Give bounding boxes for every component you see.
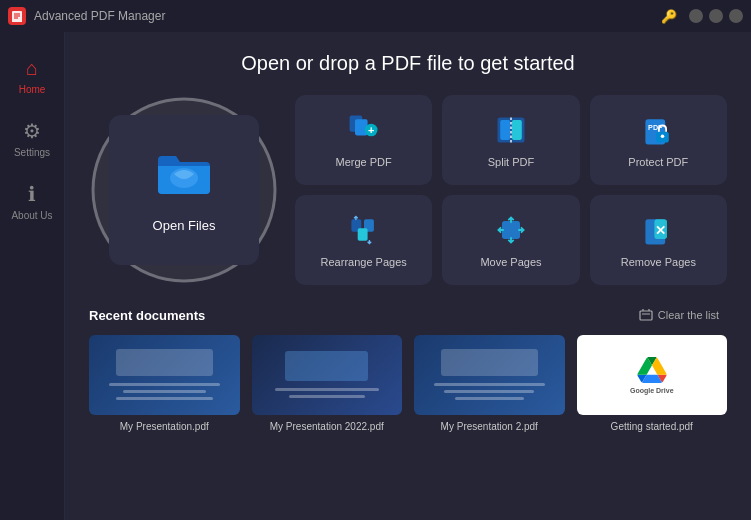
merge-icon: + <box>346 112 382 148</box>
page-headline: Open or drop a PDF file to get started <box>89 52 727 75</box>
title-bar: Advanced PDF Manager 🔑 − □ × <box>0 0 751 32</box>
clear-list-button[interactable]: Clear the list <box>631 305 727 325</box>
merge-pdf-tile[interactable]: + Merge PDF <box>295 95 432 185</box>
gdrive-text: Google Drive <box>630 387 674 394</box>
remove-pages-tile[interactable]: Remove Pages <box>590 195 727 285</box>
recent-thumb-3 <box>414 335 565 415</box>
key-icon: 🔑 <box>661 9 677 24</box>
recent-thumb-4: Google Drive <box>577 335 728 415</box>
split-pdf-tile[interactable]: Split PDF <box>442 95 579 185</box>
home-icon: ⌂ <box>26 57 38 80</box>
recent-file-1[interactable]: My Presentation.pdf <box>89 335 240 432</box>
svg-rect-20 <box>502 221 520 239</box>
svg-rect-25 <box>640 311 652 320</box>
svg-text:PDF: PDF <box>648 123 663 132</box>
sidebar-item-settings[interactable]: ⚙ Settings <box>5 111 60 166</box>
protect-icon: PDF <box>640 112 676 148</box>
titlebar-extra-icons: 🔑 <box>661 9 677 24</box>
recent-thumb-2 <box>252 335 403 415</box>
remove-icon <box>640 212 676 248</box>
info-icon: ℹ <box>28 182 36 206</box>
recent-file-4[interactable]: Google Drive Getting started.pdf <box>577 335 728 432</box>
clear-icon <box>639 308 653 322</box>
protect-pdf-label: Protect PDF <box>628 156 688 168</box>
feature-grid-wrapper: Open Files + Merge PDF <box>89 95 727 285</box>
recent-thumb-1 <box>89 335 240 415</box>
recent-file-3[interactable]: My Presentation 2.pdf <box>414 335 565 432</box>
svg-point-16 <box>661 135 665 139</box>
recent-header: Recent documents Clear the list <box>89 305 727 325</box>
rearrange-pages-label: Rearrange Pages <box>321 256 407 268</box>
minimize-button[interactable]: − <box>689 9 703 23</box>
clear-list-label: Clear the list <box>658 309 719 321</box>
app-icon <box>8 7 26 25</box>
recent-file-2[interactable]: My Presentation 2022.pdf <box>252 335 403 432</box>
sidebar-item-about[interactable]: ℹ About Us <box>5 174 60 229</box>
rearrange-pages-tile[interactable]: Rearrange Pages <box>295 195 432 285</box>
open-files-circle: Open Files <box>89 95 279 285</box>
recent-file-name-2: My Presentation 2022.pdf <box>252 421 403 432</box>
protect-pdf-tile[interactable]: PDF Protect PDF <box>590 95 727 185</box>
sidebar-item-home[interactable]: ⌂ Home <box>5 48 60 103</box>
move-pages-label: Move Pages <box>480 256 541 268</box>
recent-title: Recent documents <box>89 308 205 323</box>
svg-rect-19 <box>357 228 367 241</box>
main-content: Open or drop a PDF file to get started O… <box>65 32 751 520</box>
recent-section: Recent documents Clear the list <box>89 305 727 504</box>
sidebar-settings-label: Settings <box>14 147 50 158</box>
move-pages-tile[interactable]: Move Pages <box>442 195 579 285</box>
svg-rect-10 <box>500 120 510 140</box>
split-icon <box>493 112 529 148</box>
maximize-button[interactable]: □ <box>709 9 723 23</box>
open-files-label: Open Files <box>153 218 216 233</box>
close-button[interactable]: × <box>729 9 743 23</box>
window-controls[interactable]: − □ × <box>689 9 743 23</box>
recent-file-name-1: My Presentation.pdf <box>89 421 240 432</box>
recent-file-name-3: My Presentation 2.pdf <box>414 421 565 432</box>
remove-pages-label: Remove Pages <box>621 256 696 268</box>
sidebar-about-label: About Us <box>11 210 52 221</box>
rearrange-icon <box>346 212 382 248</box>
split-pdf-label: Split PDF <box>488 156 534 168</box>
app-title: Advanced PDF Manager <box>34 9 661 23</box>
folder-icon <box>154 148 214 208</box>
recent-file-name-4: Getting started.pdf <box>577 421 728 432</box>
merge-pdf-label: Merge PDF <box>336 156 392 168</box>
svg-rect-11 <box>512 120 522 140</box>
svg-text:+: + <box>368 124 374 136</box>
recent-files-list: My Presentation.pdf My Presentation 2022… <box>89 335 727 432</box>
sidebar: ⌂ Home ⚙ Settings ℹ About Us <box>0 32 65 520</box>
google-drive-logo <box>637 357 667 383</box>
move-icon <box>493 212 529 248</box>
sidebar-home-label: Home <box>19 84 46 95</box>
feature-tiles: + Merge PDF Split PDF PDF <box>295 95 727 285</box>
open-files-card[interactable]: Open Files <box>109 115 259 265</box>
settings-icon: ⚙ <box>23 119 41 143</box>
